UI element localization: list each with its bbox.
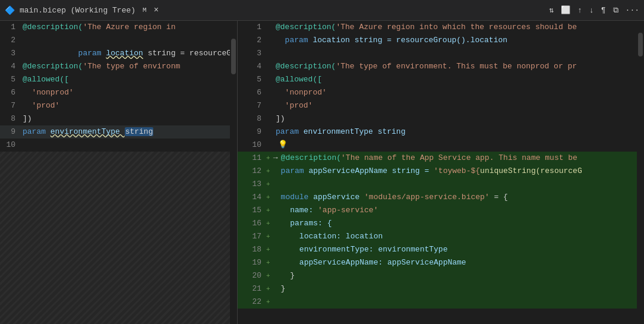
right-line-number-7: 7 <box>238 99 265 112</box>
left-editor-pane: 1 @description('The Azure region in 2 pa… <box>0 21 238 324</box>
right-line-content-4[interactable]: @description('The type of environment. T… <box>276 60 644 73</box>
diff-plus-19: + <box>266 256 270 269</box>
right-line-18: 18 + environmentType: environmentType <box>238 243 644 256</box>
line-number-10: 10 <box>0 139 23 152</box>
deleted-region <box>0 152 237 324</box>
right-line-content-5[interactable]: @allowed([ <box>276 73 644 86</box>
right-line-content-12[interactable]: param appServiceAppName string = 'toyweb… <box>281 165 644 178</box>
right-line-content-9[interactable]: param environmentType string <box>276 125 644 139</box>
editor-container: 1 @description('The Azure region in 2 pa… <box>0 21 644 324</box>
paragraph-icon[interactable]: ¶ <box>601 6 606 15</box>
file-icon: 🔷 <box>5 5 15 15</box>
scroll-up-icon[interactable]: ↑ <box>577 6 582 15</box>
tab-title[interactable]: main.bicep (Working Tree) <box>20 6 135 15</box>
right-line-number-18: 18 <box>238 243 265 256</box>
right-code-editor[interactable]: 1 @description('The Azure region into wh… <box>238 21 644 324</box>
right-line-5: 5 @allowed([ <box>238 73 644 86</box>
right-line-13: 13 + <box>238 178 644 191</box>
right-line-number-20: 20 <box>238 269 265 282</box>
split-view-icon[interactable]: ⧉ <box>613 6 618 15</box>
right-line-22: 22 + <box>238 295 644 309</box>
right-line-1: 1 @description('The Azure region into wh… <box>238 21 644 34</box>
right-line-number-13: 13 <box>238 178 265 191</box>
more-actions-icon[interactable]: ··· <box>626 6 639 15</box>
right-line-content-14[interactable]: module appService 'modules/app-service.b… <box>281 191 644 204</box>
right-line-content-19[interactable]: appServiceAppName: appServiceAppName <box>281 256 644 269</box>
right-line-number-11: 11 <box>238 152 265 165</box>
compare-icon[interactable]: ⇅ <box>549 5 554 15</box>
line-2: 2 param location string = resourceGr <box>0 34 237 47</box>
diff-plus-21: + <box>266 282 270 295</box>
line-number-8: 8 <box>0 112 23 125</box>
diff-plus-14: + <box>266 191 270 204</box>
right-line-9: 9 param environmentType string <box>238 125 644 139</box>
right-line-content-21[interactable]: } <box>281 282 644 295</box>
right-line-14: 14 + module appService 'modules/app-serv… <box>238 191 644 204</box>
right-line-content-17[interactable]: location: location <box>281 230 644 243</box>
line-10: 10 <box>0 139 237 152</box>
right-line-4: 4 @description('The type of environment.… <box>238 60 644 73</box>
line-number-9: 9 <box>0 125 23 139</box>
diff-plus-11: + <box>266 152 270 165</box>
diff-plus-16: + <box>266 217 270 230</box>
right-line-number-12: 12 <box>238 165 265 178</box>
right-line-number-15: 15 <box>238 204 265 217</box>
right-line-number-4: 4 <box>238 60 265 73</box>
diff-plus-18: + <box>266 243 270 256</box>
diff-plus-20: + <box>266 269 270 282</box>
diff-plus-22: + <box>266 295 270 309</box>
line-content-6[interactable]: 'nonprod' <box>23 86 237 99</box>
line-number-7: 7 <box>0 99 23 112</box>
right-line-content-20[interactable]: } <box>281 269 644 282</box>
line-content-5[interactable]: @allowed([ <box>23 73 237 86</box>
close-tab-button[interactable]: × <box>154 5 159 15</box>
right-line-content-8[interactable]: ]) <box>276 112 644 125</box>
line-5: 5 @allowed([ <box>0 73 237 86</box>
line-number-3: 3 <box>0 47 23 60</box>
right-line-8: 8 ]) <box>238 112 644 125</box>
line-content-1[interactable]: @description('The Azure region in <box>23 21 237 34</box>
line-9: 9 param environmentType string <box>0 125 237 139</box>
right-line-content-11[interactable]: @description('The name of the App Servic… <box>281 152 644 165</box>
right-line-content-18[interactable]: environmentType: environmentType <box>281 243 644 256</box>
diff-plus-13: + <box>266 178 270 191</box>
split-editor-icon[interactable]: ⬜ <box>561 5 570 15</box>
right-line-number-5: 5 <box>238 73 265 86</box>
left-scrollbar[interactable] <box>230 21 237 324</box>
right-line-number-21: 21 <box>238 282 265 295</box>
right-scrollbar-thumb[interactable] <box>638 33 643 56</box>
right-line-16: 16 + params: { <box>238 217 644 230</box>
modified-indicator: M <box>143 7 147 14</box>
line-number-6: 6 <box>0 86 23 99</box>
right-scrollbar[interactable] <box>637 21 644 324</box>
right-line-content-7[interactable]: 'prod' <box>276 99 644 112</box>
diff-plus-15: + <box>266 204 270 217</box>
right-line-10: 10 💡 <box>238 139 644 152</box>
line-content-7[interactable]: 'prod' <box>23 99 237 112</box>
arrow-col-11: → <box>270 152 281 165</box>
right-line-number-16: 16 <box>238 217 265 230</box>
right-line-content-6[interactable]: 'nonprod' <box>276 86 644 99</box>
line-content-9[interactable]: param environmentType string <box>23 125 237 139</box>
right-line-content-16[interactable]: params: { <box>281 217 644 230</box>
right-line-content-2[interactable]: param location string = resourceGroup().… <box>276 34 644 47</box>
line-7: 7 'prod' <box>0 99 237 112</box>
line-number-4: 4 <box>0 60 23 73</box>
line-number-5: 5 <box>0 73 23 86</box>
right-line-3: 3 <box>238 47 644 60</box>
right-line-6: 6 'nonprod' <box>238 86 644 99</box>
right-line-content-15[interactable]: name: 'app-service' <box>281 204 644 217</box>
line-content-4[interactable]: @description('The type of environm <box>23 60 237 73</box>
right-line-number-2: 2 <box>238 34 265 47</box>
left-code-editor[interactable]: 1 @description('The Azure region in 2 pa… <box>0 21 237 324</box>
right-line-number-10: 10 <box>238 139 265 152</box>
right-line-15: 15 + name: 'app-service' <box>238 204 644 217</box>
scroll-down-icon[interactable]: ↓ <box>589 6 594 15</box>
line-6: 6 'nonprod' <box>0 86 237 99</box>
right-line-content-1[interactable]: @description('The Azure region into whic… <box>276 21 644 34</box>
line-content-8[interactable]: ]) <box>23 112 237 125</box>
right-line-12: 12 + param appServiceAppName string = 't… <box>238 165 644 178</box>
line-3: 3 <box>0 47 237 60</box>
left-scrollbar-thumb[interactable] <box>231 39 236 74</box>
line-number-1: 1 <box>0 21 23 34</box>
